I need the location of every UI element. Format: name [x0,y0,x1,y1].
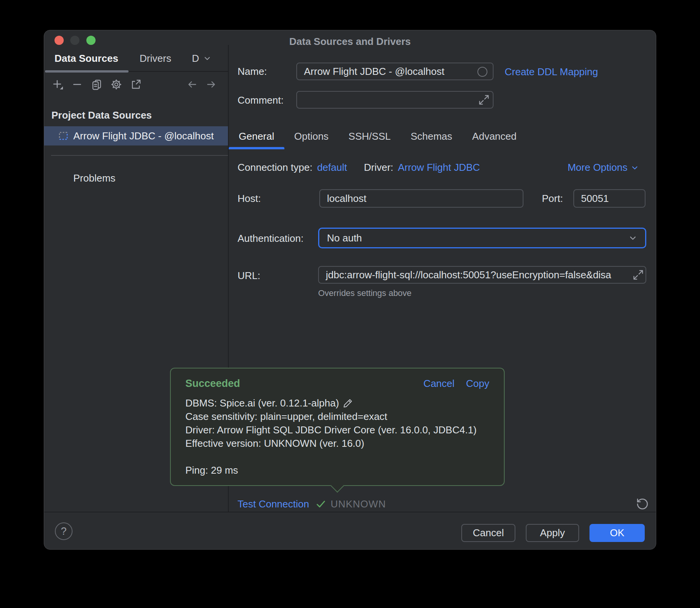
driver-line: Driver: Arrow Flight SQL JDBC Driver Cor… [185,423,489,437]
forward-button[interactable] [205,78,218,91]
chevron-down-icon [630,163,640,173]
titlebar: Data Sources and Drivers [44,30,656,45]
url-label: URL: [238,270,260,282]
name-input[interactable]: Arrow Flight JDBC - @localhost [296,63,494,80]
ok-button[interactable]: OK [589,524,645,542]
expand-icon[interactable] [478,94,490,106]
minus-icon [71,78,84,91]
revert-icon[interactable] [636,497,649,511]
tab-schemas[interactable]: Schemas [401,123,462,149]
more-options-link[interactable]: More Options [568,162,640,173]
arrow-right-icon [205,78,218,91]
url-input[interactable]: jdbc:arrow-flight-sql://localhost:50051?… [318,266,646,284]
expand-icon[interactable] [632,269,644,281]
test-result-text: UNKNOWN [330,498,386,510]
tab-ssh-ssl[interactable]: SSH/SSL [338,123,401,149]
case-sensitivity-line: Case sensitivity: plain=upper, delimited… [185,410,489,423]
comment-input[interactable] [296,91,494,109]
edit-pencil-icon[interactable] [343,398,353,408]
ping-line: Ping: 29 ms [185,464,489,477]
duplicate-data-source-button[interactable] [90,78,103,91]
gear-icon [110,78,123,91]
data-source-settings-button[interactable] [110,78,123,91]
settings-tab-bar: General Options SSH/SSL Schemas Advanced [229,123,527,149]
chevron-down-icon [202,53,212,63]
plus-icon [51,78,64,91]
data-sources-dialog: Data Sources and Drivers Data Sources Dr… [44,30,656,550]
dbms-line: DBMS: Spice.ai (ver. 0.12.1-alpha) [185,397,489,410]
copy-icon [90,78,103,91]
cancel-button[interactable]: Cancel [461,524,515,542]
screen: Data Sources and Drivers Data Sources Dr… [0,0,700,608]
driver-value-link[interactable]: Arrow Flight JDBC [398,162,480,173]
history-nav [186,73,218,96]
data-source-icon [58,131,69,141]
port-label: Port: [542,193,563,205]
arrow-left-icon [186,78,199,91]
active-tab-underline [229,147,284,149]
sidebar-tab-bar: Data Sources Drivers D [44,45,228,72]
name-label: Name: [238,66,267,78]
help-button[interactable]: ? [55,522,73,540]
add-data-source-button[interactable] [51,78,64,91]
test-connection-popup: Succeeded Cancel Copy DBMS: Spice.ai (ve… [170,368,505,486]
data-source-label: Arrow Flight JDBC - @localhost [73,130,214,142]
connection-type-value-link[interactable]: default [317,162,347,173]
tab-drivers[interactable]: Drivers [129,45,182,72]
sidebar-item-problems[interactable]: Problems [73,172,116,184]
comment-label: Comment: [238,94,284,106]
loading-ring-icon [477,67,487,77]
tab-data-sources[interactable]: Data Sources [44,45,129,72]
remove-data-source-button[interactable] [71,78,84,91]
driver-label: Driver: [364,162,393,173]
connection-type-row: Connection type: default Driver: Arrow F… [238,162,480,173]
popup-body: DBMS: Spice.ai (ver. 0.12.1-alpha) Case … [185,397,489,477]
back-button[interactable] [186,78,199,91]
tab-advanced[interactable]: Advanced [462,123,527,149]
status-badge: Succeeded [185,378,240,390]
data-source-item-selected[interactable]: Arrow Flight JDBC - @localhost [44,126,228,145]
export-icon [129,78,142,91]
popup-cancel-link[interactable]: Cancel [423,378,454,390]
test-connection-row: Test Connection UNKNOWN [229,496,656,512]
tab-overflow[interactable]: D [192,45,223,72]
connection-type-label: Connection type: [238,162,312,173]
tab-options[interactable]: Options [284,123,339,149]
make-global-button[interactable] [129,78,142,91]
host-input[interactable]: localhost [319,189,523,208]
test-connection-link[interactable]: Test Connection [238,498,309,510]
port-input[interactable]: 50051 [573,189,646,208]
project-data-sources-header: Project Data Sources [51,109,152,121]
sidebar-divider [51,155,228,156]
apply-button[interactable]: Apply [526,524,579,542]
popup-copy-link[interactable]: Copy [466,378,489,390]
effective-version-line: Effective version: UNKNOWN (ver. 16.0) [185,437,489,450]
chevron-down-icon [627,233,638,243]
authentication-select[interactable]: No auth [318,228,646,248]
authentication-label: Authentication: [238,233,304,245]
check-icon [315,498,327,510]
url-hint: Overrides settings above [318,288,411,298]
tab-general[interactable]: General [229,123,284,149]
create-ddl-mapping-link[interactable]: Create DDL Mapping [505,66,598,78]
host-label: Host: [238,193,261,205]
popup-header: Succeeded Cancel Copy [185,378,489,390]
dialog-footer: ? Cancel Apply OK [44,512,656,549]
